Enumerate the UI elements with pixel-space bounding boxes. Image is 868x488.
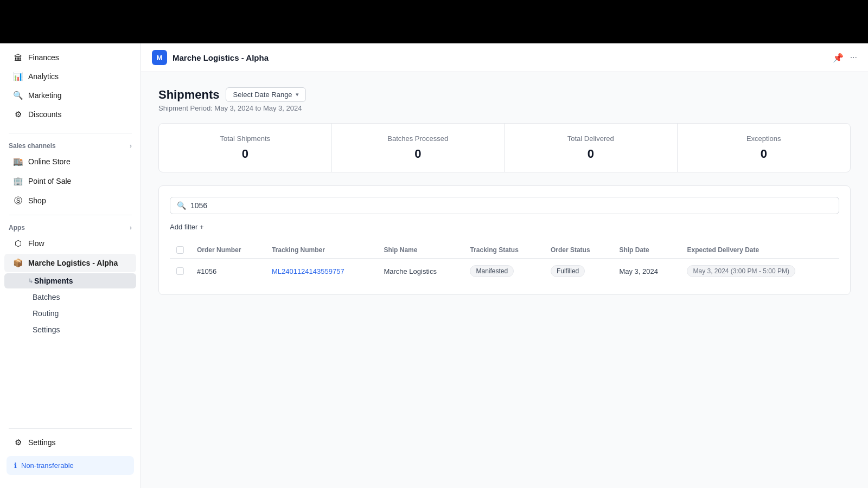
date-range-chevron-icon: ▾ (296, 91, 299, 98)
add-filter-button[interactable]: Add filter + (170, 221, 204, 233)
sales-channels-label: Sales channels (9, 142, 56, 150)
shop-icon: Ⓢ (13, 196, 23, 206)
sales-channels-chevron: › (130, 142, 132, 150)
header-expected-delivery: Expected Delivery Date (680, 242, 839, 259)
search-bar: 🔍 (170, 197, 839, 214)
non-transferable-icon: ℹ (14, 461, 17, 470)
search-input[interactable] (190, 201, 832, 210)
header-ship-name: Ship Name (377, 242, 463, 259)
page-title: Shipments (158, 88, 219, 102)
row-checkbox-cell (170, 259, 190, 284)
sidebar-main-nav: 🏛 Finances 📊 Analytics 🔍 Marketing ⚙ Dis… (0, 43, 141, 129)
sidebar-item-marche[interactable]: 📦 Marche Logistics - Alpha (4, 254, 136, 272)
sidebar-item-shop[interactable]: Ⓢ Shop (4, 191, 136, 210)
header-tracking-status: Tracking Status (463, 242, 544, 259)
order-status-badge: Fulfilled (551, 265, 585, 277)
finances-icon: 🏛 (13, 53, 23, 62)
stat-label-total-delivered: Total Delivered (518, 134, 664, 143)
stat-value-batches-processed: 0 (345, 147, 492, 161)
sidebar-item-marketing[interactable]: 🔍 Marketing (4, 86, 136, 105)
sidebar-item-online-store[interactable]: 🏬 Online Store (4, 152, 136, 171)
sidebar-item-finances[interactable]: 🏛 Finances (4, 48, 136, 67)
cell-ship-name: Marche Logistics (377, 259, 463, 284)
sidebar-batches-label: Batches (33, 293, 60, 301)
table-body: #1056 ML2401124143559757 Marche Logistic… (170, 259, 839, 284)
row-checkbox[interactable] (176, 267, 184, 275)
stat-card-total-delivered: Total Delivered 0 (505, 124, 678, 172)
stat-label-batches-processed: Batches Processed (345, 134, 492, 143)
table-header: Order Number Tracking Number Ship Name T… (170, 242, 839, 259)
sidebar-item-analytics[interactable]: 📊 Analytics (4, 67, 136, 86)
stat-card-total-shipments: Total Shipments 0 (159, 124, 332, 172)
sidebar-item-discounts[interactable]: ⚙ Discounts (4, 105, 136, 124)
settings-icon: ⚙ (13, 438, 23, 447)
sidebar-item-point-of-sale[interactable]: 🏢 Point of Sale (4, 172, 136, 190)
sidebar-flow-label: Flow (28, 239, 44, 248)
sidebar-finances-label: Finances (28, 53, 59, 62)
sidebar-discounts-label: Discounts (28, 110, 61, 119)
sidebar-divider-2 (9, 215, 132, 215)
cell-tracking-status: Manifested (463, 259, 544, 284)
marketing-icon: 🔍 (13, 91, 23, 100)
shipments-table: Order Number Tracking Number Ship Name T… (170, 242, 839, 284)
discounts-icon: ⚙ (13, 110, 23, 119)
shipment-period: Shipment Period: May 3, 2024 to May 3, 2… (158, 104, 851, 112)
data-panel: 🔍 Add filter + Order Number Tracking Num… (158, 185, 851, 295)
tracking-status-badge: Manifested (470, 265, 514, 277)
analytics-icon: 📊 (13, 72, 23, 81)
apps-section: Apps › (0, 220, 141, 234)
top-bar-left: M Marche Logistics - Alpha (152, 50, 269, 65)
sidebar-shop-label: Shop (28, 196, 46, 205)
cell-order-status: Fulfilled (544, 259, 613, 284)
header-checkbox-col (170, 242, 190, 259)
sidebar-settings-sub-label: Settings (33, 325, 60, 334)
header-order-status: Order Status (544, 242, 613, 259)
sidebar-item-settings[interactable]: ⚙ Settings (4, 433, 136, 452)
sidebar-bottom: ⚙ Settings ℹ Non-transferable (0, 424, 141, 479)
sidebar-settings-label: Settings (28, 438, 56, 447)
date-range-label: Select Date Range (233, 91, 292, 99)
sidebar-routing-label: Routing (33, 309, 59, 318)
app-title: Marche Logistics - Alpha (173, 53, 269, 62)
page-header: Shipments Select Date Range ▾ (158, 87, 851, 102)
cell-order-number: #1056 (190, 259, 265, 284)
top-bar-right: 📌 ··· (833, 53, 857, 63)
apps-label: Apps (9, 224, 25, 232)
sidebar-sub-item-routing[interactable]: Routing (4, 306, 136, 321)
sidebar-shipments-label: Shipments (34, 277, 73, 285)
more-icon[interactable]: ··· (850, 53, 857, 62)
non-transferable-badge: ℹ Non-transferable (7, 456, 134, 475)
marche-icon: 📦 (13, 258, 23, 268)
stat-value-exceptions: 0 (691, 147, 838, 161)
search-icon: 🔍 (177, 201, 186, 210)
tracking-number-link[interactable]: ML2401124143559757 (272, 267, 344, 275)
app-icon: M (152, 50, 167, 65)
point-of-sale-icon: 🏢 (13, 176, 23, 186)
header-order-number: Order Number (190, 242, 265, 259)
table-header-row: Order Number Tracking Number Ship Name T… (170, 242, 839, 259)
select-all-checkbox[interactable] (176, 246, 184, 254)
stat-label-exceptions: Exceptions (691, 134, 838, 143)
header-ship-date: Ship Date (612, 242, 680, 259)
date-range-button[interactable]: Select Date Range ▾ (226, 87, 305, 102)
stat-card-batches-processed: Batches Processed 0 (332, 124, 505, 172)
sidebar-divider-3 (9, 428, 132, 429)
stat-card-exceptions: Exceptions 0 (678, 124, 851, 172)
sales-channels-section: Sales channels › (0, 138, 141, 152)
apps-chevron: › (130, 224, 132, 232)
sidebar-item-flow[interactable]: ⬡ Flow (4, 234, 136, 253)
main-content: M Marche Logistics - Alpha 📌 ··· Shipmen… (141, 43, 868, 488)
sidebar-sub-item-settings[interactable]: Settings (4, 322, 136, 337)
sidebar-sub-item-shipments[interactable]: ↳ Shipments (4, 273, 136, 288)
sidebar-marketing-label: Marketing (28, 91, 61, 100)
sidebar-sub-item-batches[interactable]: Batches (4, 290, 136, 305)
stat-value-total-delivered: 0 (518, 147, 664, 161)
pin-icon[interactable]: 📌 (833, 53, 844, 63)
page-body: Shipments Select Date Range ▾ Shipment P… (141, 72, 868, 310)
sidebar-pos-label: Point of Sale (28, 177, 71, 185)
sidebar-divider-1 (9, 133, 132, 133)
stat-value-total-shipments: 0 (172, 147, 318, 161)
table-row: #1056 ML2401124143559757 Marche Logistic… (170, 259, 839, 284)
expected-delivery-badge: May 3, 2024 (3:00 PM - 5:00 PM) (687, 265, 795, 277)
stats-grid: Total Shipments 0 Batches Processed 0 To… (158, 123, 851, 172)
